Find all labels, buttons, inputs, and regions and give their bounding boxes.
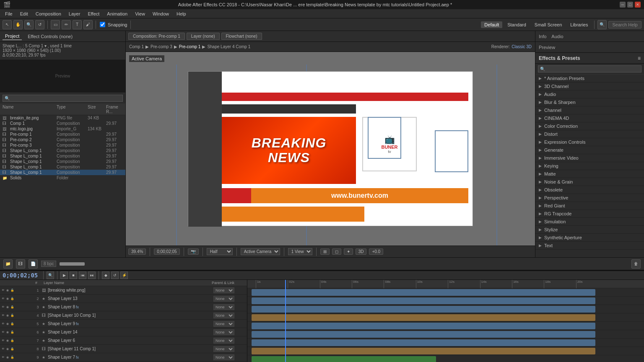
ls-solo-5[interactable]: ◉ [5,330,10,334]
layer-row-1[interactable]: 👁 ◉ 🔓 2 ★ Shape Layer 13 None [0,295,247,303]
menu-file[interactable]: File [2,10,16,17]
layer-row-2[interactable]: 👁 ◉ 🔓 3 ★ Shape Layer 8fx None [0,303,247,311]
grid-btn[interactable]: ⊞ [320,248,330,255]
ls-eye-5[interactable]: 👁 [1,330,5,334]
ls-lock-2[interactable]: 🔓 [10,305,14,309]
project-item-8[interactable]: 🎞 Shape L_comp 1 Composition 29.97 [0,159,125,164]
status-new-item[interactable]: 📄 [29,259,38,269]
effect-category-13[interactable]: ▶ Noise & Grain [535,178,644,186]
search-icon[interactable]: 🔍 [597,20,607,29]
breadcrumb-comp1[interactable]: Comp 1 [129,44,144,49]
layer-row-0[interactable]: 👁 ◉ 🔓 1 🖼 [breaking white.png] None [0,286,247,295]
ls-eye-6[interactable]: 👁 [1,339,5,343]
project-item-10[interactable]: 🎞 Shape L_comp 1 Composition 29.97 [0,170,125,175]
ls-lock-4[interactable]: 🔓 [10,322,14,326]
tl-marker-btn[interactable]: ◆ [102,272,109,279]
view-count-select[interactable]: 1 View [288,248,312,255]
effect-category-15[interactable]: ▶ Perspective [535,194,644,202]
tool-select[interactable]: ↖ [3,20,12,29]
layer-parent-select-6[interactable]: None [213,338,234,344]
quality-select[interactable]: HalfFullQuarter [207,248,233,255]
effect-category-5[interactable]: ▶ CINEMA 4D [535,114,644,122]
maximize-button[interactable]: □ [627,2,633,8]
project-item-6[interactable]: 🎞 Shape L_comp 1 Composition 29.97 [0,148,125,153]
search-help-label[interactable]: Search Help [608,21,641,28]
ls-eye-3[interactable]: 👁 [1,313,5,318]
effect-category-11[interactable]: ▶ Keying [535,162,644,170]
layer-parent-select-7[interactable]: None [213,346,234,352]
tl-ram-btn[interactable]: ⚡ [120,272,128,279]
menu-view[interactable]: View [132,10,148,17]
effect-category-1[interactable]: ▶ 3D Channel [535,83,644,90]
tl-stop-btn[interactable]: ■ [70,272,77,279]
effect-category-8[interactable]: ▶ Expression Controls [535,138,644,146]
tab-effect-controls[interactable]: Effect Controls (none) [25,33,75,40]
timecode-display[interactable]: 0;00;02;05 [154,248,179,255]
ls-eye-4[interactable]: 👁 [1,322,5,326]
layer-row-5[interactable]: 👁 ◉ 🔓 6 ★ Shape Layer 14 None [0,328,247,336]
ls-eye-7[interactable]: 👁 [1,347,5,351]
ls-solo-3[interactable]: ◉ [5,313,10,318]
effect-category-18[interactable]: ▶ Simulation [535,218,644,226]
layer-parent-select-8[interactable]: None [213,354,234,360]
layer-parent-select-5[interactable]: None [213,329,234,335]
ls-eye-2[interactable]: 👁 [1,305,5,309]
tl-prev-btn[interactable]: ⏮ [79,272,86,279]
breadcrumb-shapelayer4[interactable]: Shape Layer 4 Comp 1 [207,44,250,49]
comp-viewport[interactable]: Active Camera BREAKING NEWS 📺 [126,52,535,246]
tool-zoom[interactable]: 🔍 [24,20,34,29]
snapping-checkbox[interactable] [100,22,105,27]
tab-layer[interactable]: Layer (none) [187,33,220,40]
tab-flowchart[interactable]: Flowchart (none) [221,33,262,40]
workspace-small[interactable]: Small Screen [531,21,565,28]
project-item-7[interactable]: 🎞 Shape L_comp 1 Composition 29.97 [0,153,125,159]
tl-play-btn[interactable]: ▶ [60,272,68,279]
tab-info[interactable]: Info [539,34,546,39]
menu-edit[interactable]: Edit [17,10,31,17]
effect-category-10[interactable]: ▶ Immersive Video [535,154,644,162]
tool-brush[interactable]: 🖌 [83,20,93,29]
ls-eye-1[interactable]: 👁 [1,297,5,301]
effect-category-6[interactable]: ▶ Color Correction [535,122,644,130]
ls-solo-8[interactable]: ◉ [5,355,10,359]
ls-solo-1[interactable]: ◉ [5,297,10,301]
effect-category-7[interactable]: ▶ Distort [535,130,644,138]
effect-category-20[interactable]: ▶ Synthetic Aperture [535,234,644,242]
layer-row-4[interactable]: 👁 ◉ 🔓 5 ★ Shape Layer 9fx None [0,320,247,328]
breadcrumb-precomp1[interactable]: Pre-comp 1 [179,44,201,49]
ls-lock-3[interactable]: 🔓 [10,313,14,318]
ls-eye-8[interactable]: 👁 [1,355,5,359]
workspace-libraries[interactable]: Libraries [567,21,591,28]
effect-category-4[interactable]: ▶ Channel [535,106,644,114]
tab-preview[interactable]: Preview [539,45,555,50]
project-item-2[interactable]: 🖼 mtc.logo.jpg Importe_G 134 KB [0,126,125,132]
ls-solo-7[interactable]: ◉ [5,347,10,351]
effect-category-3[interactable]: ▶ Blur & Sharpen [535,98,644,106]
status-new-comp[interactable]: 🎞 [16,259,25,269]
project-item-4[interactable]: 🎞 Pre-comp 2 Composition 29.97 [0,137,125,142]
menu-help[interactable]: Help [173,10,190,17]
project-item-0[interactable]: 🖼 breakin_ite.png PNG file 34 KB [0,115,125,121]
3d-btn[interactable]: 3D [356,248,367,255]
layer-parent-select-1[interactable]: None [213,296,234,302]
project-item-5[interactable]: 🎞 Pre-comp 3 Composition 29.97 [0,142,125,148]
time-offset-btn[interactable]: +0.0 [369,248,383,255]
effect-category-19[interactable]: ▶ Stylize [535,226,644,234]
project-item-1[interactable]: 🎞 Comp 1 Composition 29.97 [0,121,125,126]
status-new-folder[interactable]: 📁 [3,259,13,269]
close-button[interactable]: ✕ [635,2,641,8]
view-select[interactable]: Active Camera [241,248,280,255]
tool-rotate[interactable]: ↺ [35,20,44,29]
effect-category-14[interactable]: ▶ Obsolete [535,186,644,194]
tool-pen[interactable]: ✏ [62,20,71,29]
tab-project[interactable]: Project [3,33,22,40]
renderer-value[interactable]: Classic 3D [512,44,532,49]
layer-row-3[interactable]: 👁 ◉ 🔓 4 🎞 [Shape Layer 10 Comp 1] None [0,311,247,320]
layer-row-7[interactable]: 👁 ◉ 🔓 8 🎞 [Shape Layer 11 Comp 1] None [0,345,247,353]
ls-lock-0[interactable]: 🔓 [10,288,14,292]
effect-category-21[interactable]: ▶ Text [535,242,644,250]
effect-category-2[interactable]: ▶ Audio [535,90,644,98]
menu-animation[interactable]: Animation [104,10,131,17]
ls-lock-8[interactable]: 🔓 [10,355,14,359]
status-slider[interactable] [60,262,85,266]
